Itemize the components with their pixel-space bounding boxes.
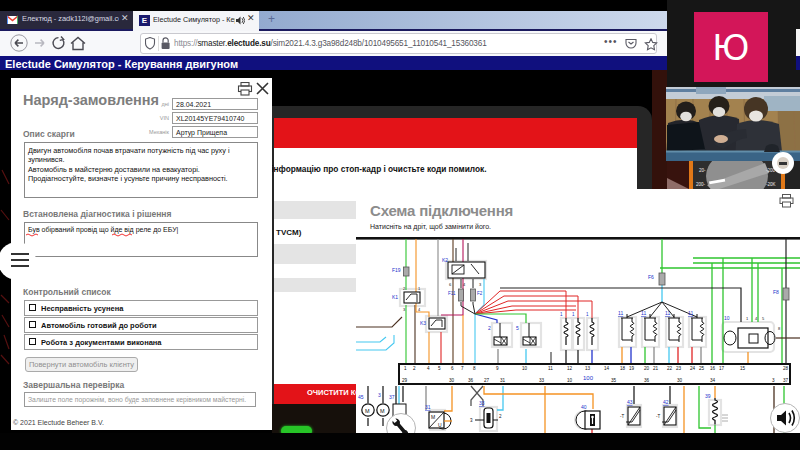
svg-text:10: 10	[724, 315, 730, 321]
svg-text:10: 10	[522, 366, 528, 371]
svg-text:17: 17	[719, 366, 725, 371]
svg-text:5: 5	[762, 316, 765, 321]
svg-text:28: 28	[783, 366, 789, 371]
svg-text:18: 18	[620, 366, 626, 371]
svg-text:36: 36	[644, 378, 650, 383]
svg-text:1: 1	[404, 366, 407, 371]
svg-text:9: 9	[496, 366, 499, 371]
svg-text:-T: -T	[620, 414, 624, 419]
svg-text:2: 2	[488, 325, 491, 331]
svg-text:35: 35	[611, 378, 617, 383]
svg-text:1: 1	[746, 316, 749, 321]
svg-text:M: M	[431, 414, 435, 420]
svg-text:19: 19	[629, 366, 635, 371]
svg-text:11: 11	[618, 310, 623, 316]
svg-text:20: 20	[644, 366, 650, 371]
svg-text:3: 3	[470, 418, 473, 423]
svg-text:U: U	[438, 422, 442, 428]
svg-text:F19: F19	[392, 267, 401, 273]
svg-text:43: 43	[627, 399, 633, 405]
svg-text:30: 30	[449, 378, 455, 383]
svg-text:200-: 200-	[696, 182, 706, 187]
svg-text:11: 11	[665, 310, 670, 316]
svg-text:11: 11	[641, 310, 646, 316]
svg-text:24: 24	[690, 366, 696, 371]
svg-text:39: 39	[705, 393, 711, 399]
svg-text:40: 40	[581, 404, 587, 410]
svg-text:10: 10	[567, 378, 573, 383]
svg-text:29: 29	[402, 378, 408, 383]
svg-text:13: 13	[585, 366, 591, 371]
svg-text:3: 3	[479, 282, 482, 287]
svg-text:5: 5	[438, 366, 441, 371]
svg-text:K3: K3	[420, 320, 426, 326]
svg-text:37: 37	[389, 394, 395, 400]
svg-text:20-: 20-	[699, 168, 706, 173]
svg-text:23: 23	[676, 366, 682, 371]
svg-text:16: 16	[710, 366, 716, 371]
svg-text:4: 4	[463, 282, 466, 287]
svg-text:100: 100	[583, 375, 594, 381]
svg-text:2: 2	[413, 366, 416, 371]
svg-text:42: 42	[663, 399, 669, 405]
svg-text:31: 31	[425, 404, 431, 410]
svg-text:31: 31	[500, 378, 506, 383]
svg-text:15: 15	[740, 366, 746, 371]
svg-text:33: 33	[539, 378, 545, 383]
svg-text:8: 8	[473, 366, 476, 371]
svg-text:7: 7	[461, 366, 464, 371]
svg-text:14: 14	[604, 366, 610, 371]
svg-text:F2: F2	[477, 291, 483, 296]
svg-text:4: 4	[427, 366, 430, 371]
svg-text:F6: F6	[648, 274, 654, 280]
svg-text:5: 5	[516, 325, 519, 331]
svg-text:1: 1	[560, 312, 563, 317]
svg-text:1: 1	[572, 312, 575, 317]
svg-text:30: 30	[677, 378, 683, 383]
svg-text:1: 1	[586, 312, 589, 317]
svg-text:34: 34	[710, 378, 716, 383]
svg-text:F11: F11	[448, 291, 456, 296]
svg-text:33: 33	[479, 400, 485, 406]
svg-text:K2: K2	[442, 257, 448, 263]
svg-text:6: 6	[449, 282, 452, 287]
svg-text:37: 37	[783, 378, 789, 383]
svg-text:21: 21	[653, 366, 659, 371]
svg-text:12: 12	[567, 366, 573, 371]
svg-text:4: 4	[418, 307, 421, 312]
svg-text:M: M	[365, 408, 370, 414]
svg-text:-20K: -20K	[766, 182, 776, 187]
svg-text:11: 11	[548, 366, 553, 371]
svg-text:45: 45	[358, 394, 364, 400]
svg-text:-T: -T	[656, 414, 660, 419]
svg-text:22: 22	[667, 366, 673, 371]
svg-text:36: 36	[468, 378, 474, 383]
svg-text:11: 11	[688, 310, 693, 316]
svg-text:8: 8	[778, 326, 781, 331]
svg-text:F8: F8	[773, 289, 779, 295]
svg-text:3: 3	[772, 378, 775, 383]
svg-text:K1: K1	[392, 294, 398, 300]
svg-text:27: 27	[484, 378, 490, 383]
svg-text:2: 2	[499, 414, 502, 419]
svg-text:M: M	[380, 408, 385, 414]
svg-text:25: 25	[699, 366, 705, 371]
svg-text:6: 6	[451, 366, 454, 371]
svg-text:3: 3	[378, 392, 381, 398]
